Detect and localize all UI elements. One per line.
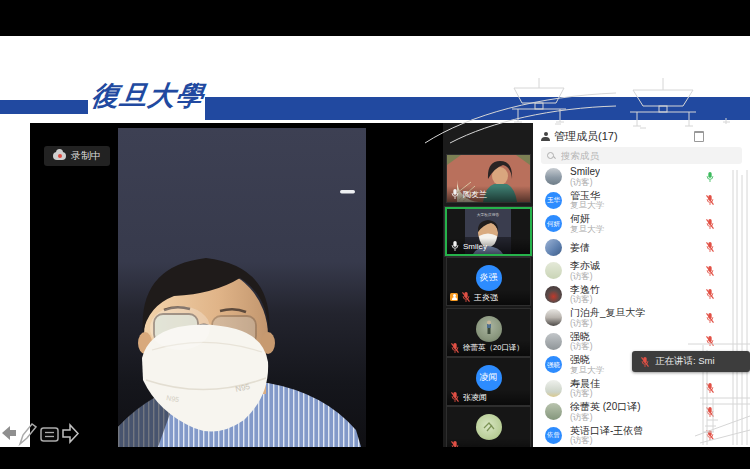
- video-tile-smiley-active[interactable]: 大学校庆报告 Smiley: [445, 207, 532, 256]
- member-row[interactable]: 依曾 英语口译-王依曾 (访客): [533, 424, 750, 448]
- member-row[interactable]: 玉华 管玉华 复旦大学: [533, 189, 750, 213]
- video-thumbnail-strip: 陶友兰 大学校庆报告 Smiley: [443, 123, 533, 447]
- member-avatar: [545, 403, 562, 420]
- main-speaker-video[interactable]: 录制中: [30, 123, 446, 447]
- member-info: 李亦诚 (访客): [570, 260, 600, 281]
- member-avatar: [545, 309, 562, 326]
- mic-icon: [450, 391, 460, 403]
- member-avatar: 依曾: [545, 427, 562, 444]
- letterbox-bottom: [0, 447, 750, 469]
- mic-icon[interactable]: [705, 406, 715, 418]
- member-subtitle: (访客): [570, 342, 593, 352]
- member-info: 强晓 (访客): [570, 331, 593, 352]
- mic-icon[interactable]: [705, 382, 715, 394]
- member-info: Smiley (访客): [570, 166, 600, 187]
- pencil-icon[interactable]: [20, 424, 36, 444]
- speaking-tooltip: 正在讲话: Smi: [632, 351, 750, 372]
- cloud-recording-icon: [53, 152, 66, 160]
- tile-name: Smiley: [463, 242, 487, 251]
- member-row[interactable]: 门泊舟_复旦大学 (访客): [533, 306, 750, 330]
- member-row[interactable]: 姜倩: [533, 236, 750, 260]
- search-icon: [547, 152, 555, 160]
- member-row[interactable]: 徐蕾英 (20口译) (访客): [533, 400, 750, 424]
- back-arrow-icon[interactable]: [2, 426, 16, 440]
- recording-badge: 录制中: [44, 146, 110, 166]
- mic-icon[interactable]: [705, 218, 715, 230]
- popout-window-icon[interactable]: [694, 131, 704, 142]
- banner-bar-left: [0, 100, 88, 114]
- member-row[interactable]: 李逸竹 (访客): [533, 283, 750, 307]
- member-info: 管玉华 复旦大学: [570, 190, 604, 211]
- letterbox-top: [0, 0, 750, 36]
- member-info: 英语口译-王依曾 (访客): [570, 425, 643, 446]
- mic-icon[interactable]: [705, 194, 715, 206]
- member-avatar: [545, 333, 562, 350]
- member-subtitle: 复旦大学: [570, 366, 604, 376]
- mic-icon: [450, 240, 460, 252]
- video-tile-zhanglingwen[interactable]: 凌闻 张凌闻: [447, 358, 530, 405]
- mic-icon: [461, 291, 471, 303]
- member-subtitle: (访客): [570, 272, 600, 282]
- mic-icon: [450, 188, 460, 200]
- tile-name: 陶友兰: [463, 189, 487, 200]
- member-info: 姜倩: [570, 242, 590, 254]
- member-subtitle: (访客): [570, 389, 600, 399]
- member-avatar: [545, 262, 562, 279]
- member-name: 李亦诚: [570, 260, 600, 272]
- member-subtitle: 复旦大学: [570, 225, 604, 235]
- mic-icon[interactable]: [705, 335, 715, 347]
- avatar: [476, 414, 502, 440]
- member-subtitle: (访客): [570, 295, 600, 305]
- member-subtitle: (访客): [570, 178, 600, 188]
- member-name: Smiley: [570, 166, 600, 178]
- video-tile-wangyanqiang[interactable]: 炎强 王炎强: [447, 258, 530, 305]
- member-name: 徐蕾英 (20口译): [570, 401, 641, 413]
- participants-panel: 管理成员(17) Smiley (访客): [533, 123, 750, 447]
- member-info: 寿晨佳 (访客): [570, 378, 600, 399]
- interpreter-badge-icon: [450, 293, 458, 301]
- tile-name: 王炎强: [474, 292, 498, 303]
- member-name: 何妍: [570, 213, 604, 225]
- mic-icon[interactable]: [705, 288, 715, 300]
- video-tile-partial[interactable]: [447, 407, 530, 447]
- member-subtitle: (访客): [570, 436, 643, 446]
- banner-bar-right: [205, 97, 750, 120]
- speaker-video-feed: N95 N95: [118, 128, 366, 447]
- panel-title: 管理成员(17): [554, 129, 618, 144]
- member-row[interactable]: Smiley (访客): [533, 165, 750, 189]
- forward-arrow-icon[interactable]: [63, 425, 78, 442]
- panel-header: 管理成员(17): [541, 129, 618, 144]
- member-subtitle: (访客): [570, 319, 646, 329]
- member-subtitle: (访客): [570, 413, 641, 423]
- member-info: 李逸竹 (访客): [570, 284, 600, 305]
- search-input[interactable]: [559, 149, 736, 162]
- mic-icon[interactable]: [705, 265, 715, 277]
- member-subtitle: 复旦大学: [570, 201, 604, 211]
- comment-icon[interactable]: [41, 428, 58, 441]
- member-avatar: [545, 168, 562, 185]
- recording-label: 录制中: [71, 149, 101, 163]
- member-info: 何妍 复旦大学: [570, 213, 604, 234]
- member-row[interactable]: 何妍 何妍 复旦大学: [533, 212, 750, 236]
- member-info: 徐蕾英 (20口译) (访客): [570, 401, 641, 422]
- member-name: 强晓: [570, 354, 604, 366]
- mic-icon[interactable]: [705, 312, 715, 324]
- tile-name: 徐蕾英（20口译）: [463, 343, 524, 353]
- mic-icon: [450, 342, 460, 354]
- avatar: 凌闻: [476, 365, 502, 391]
- mic-icon[interactable]: [705, 429, 715, 441]
- member-row[interactable]: 寿晨佳 (访客): [533, 377, 750, 401]
- member-search[interactable]: [541, 147, 742, 164]
- member-avatar: 玉华: [545, 192, 562, 209]
- masked-speaker-illustration: N95 N95: [118, 128, 366, 447]
- mic-icon[interactable]: [705, 241, 715, 253]
- mic-icon[interactable]: [705, 171, 715, 183]
- member-name: 门泊舟_复旦大学: [570, 307, 646, 319]
- member-row[interactable]: 强晓 (访客): [533, 330, 750, 354]
- video-tile-xuleiying[interactable]: 徐蕾英（20口译）: [447, 309, 530, 356]
- video-tile-taoyoulan[interactable]: 陶友兰: [447, 155, 530, 202]
- member-info: 门泊舟_复旦大学 (访客): [570, 307, 646, 328]
- tile-name: 张凌闻: [463, 392, 487, 403]
- member-row[interactable]: 李亦诚 (访客): [533, 259, 750, 283]
- member-avatar: [545, 380, 562, 397]
